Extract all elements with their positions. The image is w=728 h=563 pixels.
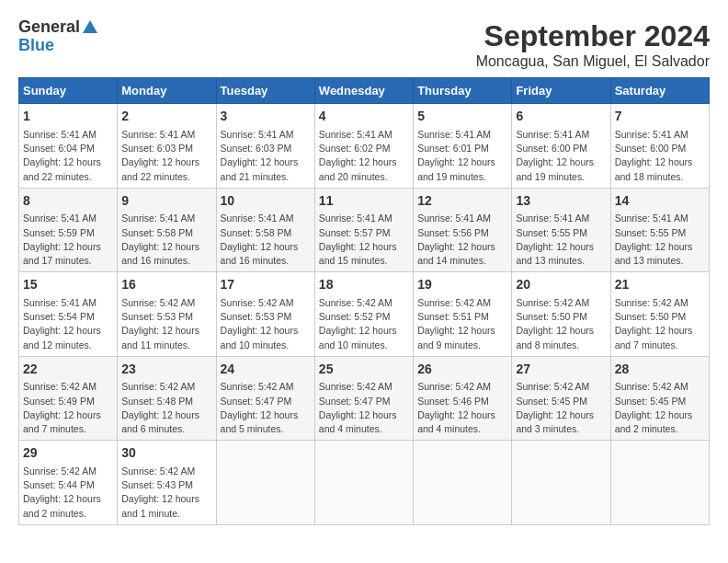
col-thursday: Thursday: [414, 78, 512, 104]
day-number: 13: [516, 192, 606, 211]
calendar-week-row: 1Sunrise: 5:41 AM Sunset: 6:04 PM Daylig…: [19, 104, 710, 188]
calendar-day-cell: [512, 441, 610, 524]
calendar-day-cell: 26Sunrise: 5:42 AM Sunset: 5:46 PM Dayli…: [414, 356, 512, 440]
col-saturday: Saturday: [610, 78, 709, 104]
day-detail: Sunrise: 5:41 AM Sunset: 6:00 PM Dayligh…: [615, 128, 705, 184]
calendar-week-row: 29Sunrise: 5:42 AM Sunset: 5:44 PM Dayli…: [19, 441, 710, 524]
day-detail: Sunrise: 5:42 AM Sunset: 5:50 PM Dayligh…: [516, 296, 606, 352]
day-detail: Sunrise: 5:42 AM Sunset: 5:51 PM Dayligh…: [417, 296, 507, 352]
day-detail: Sunrise: 5:42 AM Sunset: 5:47 PM Dayligh…: [221, 380, 311, 436]
day-number: 24: [221, 361, 311, 379]
day-number: 1: [23, 108, 113, 126]
day-detail: Sunrise: 5:41 AM Sunset: 6:00 PM Dayligh…: [516, 128, 606, 184]
day-number: 7: [615, 108, 705, 126]
day-detail: Sunrise: 5:42 AM Sunset: 5:48 PM Dayligh…: [121, 380, 211, 436]
calendar-week-row: 15Sunrise: 5:41 AM Sunset: 5:54 PM Dayli…: [19, 272, 710, 356]
logo-icon: [81, 18, 99, 37]
day-number: 3: [221, 108, 311, 126]
day-number: 4: [319, 108, 409, 126]
day-number: 29: [23, 444, 113, 463]
calendar-day-cell: 15Sunrise: 5:41 AM Sunset: 5:54 PM Dayli…: [19, 272, 118, 356]
day-number: 23: [121, 361, 211, 379]
calendar-day-cell: 2Sunrise: 5:41 AM Sunset: 6:03 PM Daylig…: [118, 104, 216, 188]
col-sunday: Sunday: [19, 78, 118, 104]
calendar-day-cell: 16Sunrise: 5:42 AM Sunset: 5:53 PM Dayli…: [118, 272, 216, 356]
day-number: 25: [319, 361, 409, 379]
calendar-day-cell: 13Sunrise: 5:41 AM Sunset: 5:55 PM Dayli…: [512, 188, 610, 271]
day-number: 27: [516, 361, 606, 379]
day-detail: Sunrise: 5:41 AM Sunset: 5:57 PM Dayligh…: [319, 212, 409, 268]
calendar-day-cell: 28Sunrise: 5:42 AM Sunset: 5:45 PM Dayli…: [610, 356, 709, 440]
calendar-day-cell: 11Sunrise: 5:41 AM Sunset: 5:57 PM Dayli…: [314, 188, 413, 271]
calendar-week-row: 22Sunrise: 5:42 AM Sunset: 5:49 PM Dayli…: [19, 356, 710, 440]
day-detail: Sunrise: 5:41 AM Sunset: 5:55 PM Dayligh…: [516, 212, 606, 268]
calendar-day-cell: 27Sunrise: 5:42 AM Sunset: 5:45 PM Dayli…: [512, 356, 610, 440]
day-number: 6: [516, 108, 606, 126]
calendar-day-cell: 29Sunrise: 5:42 AM Sunset: 5:44 PM Dayli…: [19, 441, 118, 524]
day-detail: Sunrise: 5:41 AM Sunset: 6:03 PM Dayligh…: [221, 128, 311, 184]
calendar-day-cell: 17Sunrise: 5:42 AM Sunset: 5:53 PM Dayli…: [216, 272, 314, 356]
day-detail: Sunrise: 5:42 AM Sunset: 5:45 PM Dayligh…: [516, 380, 606, 436]
day-detail: Sunrise: 5:41 AM Sunset: 5:58 PM Dayligh…: [221, 212, 311, 268]
day-number: 30: [121, 444, 211, 463]
calendar-day-cell: 30Sunrise: 5:42 AM Sunset: 5:43 PM Dayli…: [118, 441, 216, 524]
day-detail: Sunrise: 5:41 AM Sunset: 5:55 PM Dayligh…: [615, 212, 705, 268]
calendar-day-cell: 23Sunrise: 5:42 AM Sunset: 5:48 PM Dayli…: [118, 356, 216, 440]
day-number: 12: [417, 192, 507, 211]
day-number: 26: [417, 361, 507, 379]
calendar-day-cell: 6Sunrise: 5:41 AM Sunset: 6:00 PM Daylig…: [512, 104, 610, 188]
day-number: 20: [516, 276, 606, 294]
calendar-day-cell: 1Sunrise: 5:41 AM Sunset: 6:04 PM Daylig…: [19, 104, 118, 188]
day-detail: Sunrise: 5:41 AM Sunset: 5:54 PM Dayligh…: [23, 296, 113, 352]
col-tuesday: Tuesday: [216, 78, 314, 104]
day-detail: Sunrise: 5:41 AM Sunset: 6:04 PM Dayligh…: [23, 128, 113, 184]
day-detail: Sunrise: 5:42 AM Sunset: 5:53 PM Dayligh…: [221, 296, 311, 352]
calendar-day-cell: 4Sunrise: 5:41 AM Sunset: 6:02 PM Daylig…: [314, 104, 413, 188]
calendar-day-cell: 22Sunrise: 5:42 AM Sunset: 5:49 PM Dayli…: [19, 356, 118, 440]
day-number: 11: [319, 192, 409, 211]
calendar-day-cell: 3Sunrise: 5:41 AM Sunset: 6:03 PM Daylig…: [216, 104, 314, 188]
day-detail: Sunrise: 5:42 AM Sunset: 5:53 PM Dayligh…: [121, 296, 211, 352]
calendar-day-cell: [414, 441, 512, 524]
day-number: 8: [23, 192, 113, 211]
day-detail: Sunrise: 5:42 AM Sunset: 5:47 PM Dayligh…: [319, 380, 409, 436]
page-header: General Blue September 2024 Moncagua, Sa…: [18, 18, 710, 70]
day-detail: Sunrise: 5:41 AM Sunset: 6:01 PM Dayligh…: [417, 128, 507, 184]
calendar-day-cell: 7Sunrise: 5:41 AM Sunset: 6:00 PM Daylig…: [610, 104, 709, 188]
logo: General Blue: [18, 18, 99, 55]
day-detail: Sunrise: 5:41 AM Sunset: 5:59 PM Dayligh…: [23, 212, 113, 268]
calendar-day-cell: 20Sunrise: 5:42 AM Sunset: 5:50 PM Dayli…: [512, 272, 610, 356]
calendar-day-cell: 10Sunrise: 5:41 AM Sunset: 5:58 PM Dayli…: [216, 188, 314, 271]
day-number: 2: [121, 108, 211, 126]
calendar-day-cell: [610, 441, 709, 524]
calendar-day-cell: 19Sunrise: 5:42 AM Sunset: 5:51 PM Dayli…: [414, 272, 512, 356]
calendar-day-cell: [216, 441, 314, 524]
calendar-header-row: Sunday Monday Tuesday Wednesday Thursday…: [19, 78, 710, 104]
day-number: 22: [23, 361, 113, 379]
logo-blue: Blue: [18, 37, 99, 55]
day-detail: Sunrise: 5:41 AM Sunset: 5:58 PM Dayligh…: [121, 212, 211, 268]
svg-marker-0: [83, 20, 97, 33]
calendar-day-cell: 12Sunrise: 5:41 AM Sunset: 5:56 PM Dayli…: [414, 188, 512, 271]
calendar-day-cell: 25Sunrise: 5:42 AM Sunset: 5:47 PM Dayli…: [314, 356, 413, 440]
day-number: 15: [23, 276, 113, 294]
day-number: 10: [221, 192, 311, 211]
day-detail: Sunrise: 5:41 AM Sunset: 6:03 PM Dayligh…: [121, 128, 211, 184]
day-number: 17: [221, 276, 311, 294]
calendar-subtitle: Moncagua, San Miguel, El Salvador: [476, 53, 710, 70]
col-monday: Monday: [118, 78, 216, 104]
calendar-day-cell: [314, 441, 413, 524]
calendar-day-cell: 5Sunrise: 5:41 AM Sunset: 6:01 PM Daylig…: [414, 104, 512, 188]
calendar-day-cell: 8Sunrise: 5:41 AM Sunset: 5:59 PM Daylig…: [19, 188, 118, 271]
calendar-title: September 2024: [476, 18, 710, 53]
calendar-week-row: 8Sunrise: 5:41 AM Sunset: 5:59 PM Daylig…: [19, 188, 710, 271]
calendar-table: Sunday Monday Tuesday Wednesday Thursday…: [18, 77, 710, 524]
calendar-day-cell: 18Sunrise: 5:42 AM Sunset: 5:52 PM Dayli…: [314, 272, 413, 356]
calendar-day-cell: 9Sunrise: 5:41 AM Sunset: 5:58 PM Daylig…: [118, 188, 216, 271]
logo-general: General: [18, 18, 80, 37]
day-detail: Sunrise: 5:42 AM Sunset: 5:43 PM Dayligh…: [121, 465, 211, 521]
day-detail: Sunrise: 5:42 AM Sunset: 5:52 PM Dayligh…: [319, 296, 409, 352]
day-number: 9: [121, 192, 211, 211]
day-number: 28: [615, 361, 705, 379]
day-number: 18: [319, 276, 409, 294]
